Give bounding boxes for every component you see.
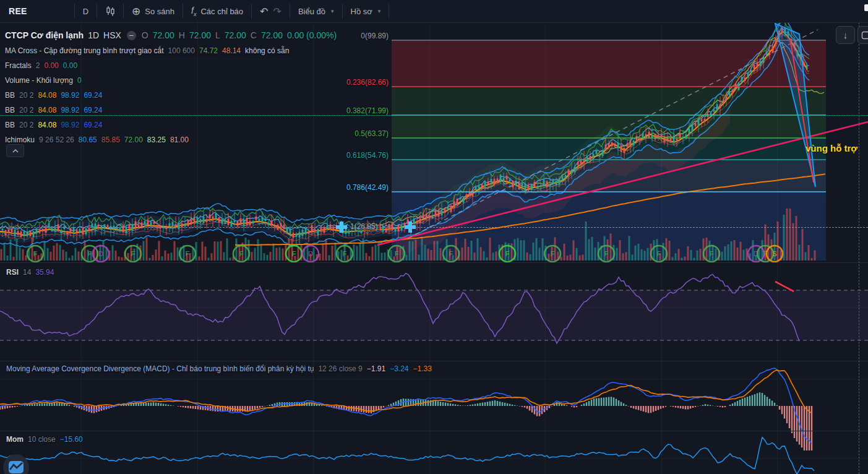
pane-separator[interactable]	[0, 431, 868, 431]
mountain-chart-icon	[9, 461, 24, 473]
chevron-up-icon	[12, 149, 19, 153]
svg-text:F: F	[657, 250, 661, 257]
square-icon	[861, 31, 868, 40]
hide-symbol-badge[interactable]: –	[127, 31, 136, 40]
macd-legend[interactable]: Moving Average Covergence Divergence (MA…	[6, 364, 432, 373]
legend-value: O	[142, 30, 148, 40]
pane-separator[interactable]	[0, 262, 868, 263]
svg-text:F: F	[292, 250, 296, 257]
top-toolbar: REE D ⊕ So sánh fx Các chỉ báo ↶ ↷ Biểu …	[0, 0, 868, 23]
profile-menu-button[interactable]: Hồ sơ▾	[343, 1, 389, 22]
rsi-legend[interactable]: RSI1435.94	[6, 268, 54, 277]
chart-style-button[interactable]	[97, 1, 123, 22]
compare-button[interactable]: ⊕ So sánh	[124, 1, 183, 22]
legend-value: Ichimoku	[5, 136, 35, 144]
undo-button[interactable]: ↶	[252, 1, 270, 22]
legend-value: 72.00	[124, 136, 143, 144]
legend-value: 20 2	[19, 91, 33, 100]
legend-value: −1.91	[367, 364, 385, 373]
svg-text:D: D	[98, 250, 103, 257]
main-legend[interactable]: CTCP Cơ điện lạnh1DHSX–O72.00H72.00L72.0…	[5, 27, 337, 147]
fib-level1-label: 1(26.85)	[348, 222, 380, 231]
chevron-down-icon: ▾	[331, 8, 334, 14]
legend-row[interactable]: Ichimoku9 26 52 2680.6585.8572.0083.2581…	[5, 132, 337, 147]
legend-value: L	[215, 30, 220, 40]
legend-value: 69.24	[84, 121, 102, 129]
legend-value: 98.92	[61, 106, 79, 114]
legend-value: 0.00	[63, 61, 77, 70]
undo-icon: ↶	[260, 6, 268, 17]
legend-value: 14	[23, 268, 31, 277]
chart-menu-button[interactable]: Biểu đồ▾	[290, 1, 342, 22]
legend-value: không có sẵn	[245, 46, 289, 55]
legend-value: 72.00	[153, 30, 174, 40]
interval-button[interactable]: D	[75, 1, 97, 22]
redo-button[interactable]: ↷	[270, 1, 289, 22]
legend-row[interactable]: BB20 284.0898.9269.24	[5, 103, 337, 118]
legend-value: 84.08	[38, 121, 56, 129]
legend-value: CTCP Cơ điện lạnh	[5, 30, 84, 40]
legend-value: BB	[5, 91, 15, 100]
svg-text:F: F	[395, 250, 399, 257]
legend-value: 69.24	[84, 106, 102, 114]
legend-value: HSX	[103, 30, 121, 40]
legend-value: 81.00	[170, 136, 189, 144]
legend-value: 74.72	[199, 46, 218, 55]
svg-text:S: S	[772, 250, 776, 257]
legend-value: BB	[5, 106, 15, 114]
fx-icon: fx	[191, 6, 196, 17]
legend-value: 0	[77, 76, 82, 85]
legend-value: 98.92	[61, 91, 79, 100]
right-dashed-line	[859, 22, 859, 474]
legend-value: BB	[5, 121, 15, 129]
svg-text:F: F	[710, 250, 714, 257]
fib-level1-line	[0, 227, 868, 228]
svg-text:F: F	[505, 250, 510, 257]
svg-text:F: F	[551, 250, 555, 257]
legend-value: RSI	[6, 268, 19, 277]
legend-value: −1.33	[413, 364, 432, 373]
legend-value: 72.00	[225, 30, 246, 40]
pane-separator[interactable]	[0, 361, 868, 361]
legend-value: 2	[36, 61, 40, 70]
legend-row[interactable]: Volume - Khối lượng0	[5, 73, 337, 88]
legend-value: 84.08	[38, 106, 56, 114]
symbol-button[interactable]: REE	[0, 6, 36, 16]
svg-text:F: F	[449, 250, 453, 257]
fib-level-label: 0.618(54.76)	[311, 151, 389, 160]
legend-row[interactable]: Fractals20.000.00	[5, 58, 337, 73]
legend-row[interactable]: MA Cross - Cặp đường trung bình trượt gi…	[5, 43, 337, 58]
redo-icon: ↷	[273, 6, 281, 17]
clipped-ui-fragment	[864, 4, 868, 11]
chevron-down-icon: ▾	[378, 8, 381, 14]
legend-value: 0.00 (0.00%)	[287, 30, 337, 40]
chart-application: REE D ⊕ So sánh fx Các chỉ báo ↶ ↷ Biểu …	[0, 0, 868, 474]
svg-text:F: F	[33, 250, 38, 257]
support-zone-annotation[interactable]: vùng hỗ trợ	[806, 143, 857, 153]
legend-value: 1D	[88, 30, 99, 40]
legend-value: H	[179, 30, 185, 40]
legend-collapse-button[interactable]	[6, 144, 24, 157]
legend-row[interactable]: BB20 284.0898.9269.24	[5, 88, 337, 103]
legend-row[interactable]: CTCP Cơ điện lạnh1DHSX–O72.00H72.00L72.0…	[5, 27, 337, 43]
indicators-button[interactable]: fx Các chỉ báo	[183, 1, 251, 22]
legend-value: 98.92	[61, 121, 79, 129]
legend-value: Volume - Khối lượng	[5, 76, 73, 85]
mom-legend[interactable]: Mom10 close−15.60	[6, 435, 83, 444]
legend-value: 84.08	[38, 91, 56, 100]
maximize-pane-button[interactable]	[857, 26, 868, 44]
legend-value: −3.24	[390, 364, 408, 373]
legend-value: 80.65	[79, 136, 97, 144]
legend-row[interactable]: BB20 284.0898.9269.24	[5, 118, 337, 132]
scroll-to-recent-button[interactable]: ↓	[836, 26, 855, 44]
legend-value: 100 600	[168, 46, 195, 55]
legend-value: 20 2	[19, 106, 33, 114]
svg-text:F: F	[343, 250, 347, 257]
fib-level-label: 0.786(42.49)	[311, 183, 389, 192]
legend-value: −15.60	[60, 435, 83, 444]
legend-value: C	[251, 30, 257, 40]
legend-value: Moving Average Covergence Divergence (MA…	[6, 364, 314, 373]
plus-circle-icon: ⊕	[132, 5, 140, 18]
legend-value: 48.14	[222, 46, 241, 55]
svg-text:F: F	[604, 250, 609, 257]
